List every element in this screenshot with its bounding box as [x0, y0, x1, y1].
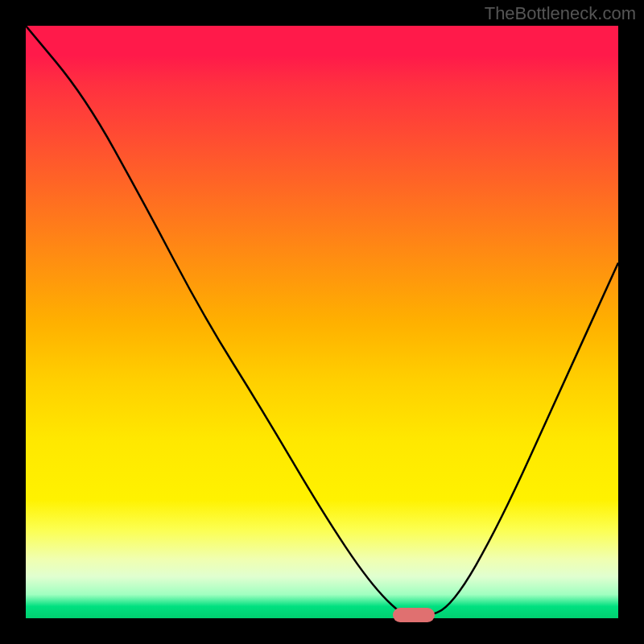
chart-plot-area — [26, 26, 618, 618]
optimal-range-marker — [393, 608, 435, 622]
watermark-text: TheBottleneck.com — [485, 3, 636, 24]
chart-svg — [26, 26, 618, 618]
bottleneck-curve-line — [26, 26, 618, 618]
